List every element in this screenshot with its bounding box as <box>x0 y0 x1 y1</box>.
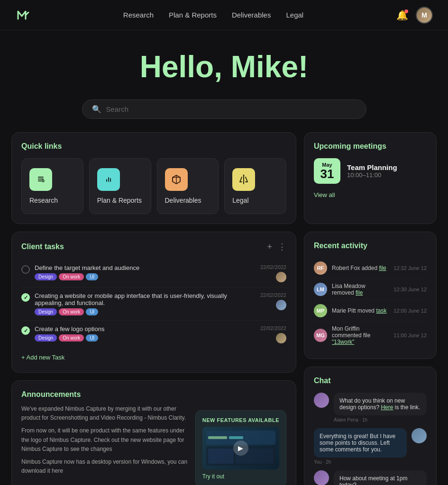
activity-link[interactable]: file <box>379 265 386 271</box>
task-tags: Design On work UI <box>35 273 229 280</box>
task-text: Define the target market and audience <box>35 264 229 271</box>
chat-avatar <box>411 428 427 443</box>
task-checkbox-done[interactable] <box>21 293 30 302</box>
search-box: 🔍 <box>82 99 366 119</box>
activity-item: MP Marie Pitt moved task 12:00 June 12 <box>314 300 427 322</box>
activity-time: 12:00 June 12 <box>393 308 427 314</box>
quick-link-plan-reports-label: Plan & Reports <box>97 197 143 204</box>
bottom-right: Recent activity RF Robert Fox added file… <box>304 232 437 485</box>
navigation: Research Plan & Reports Deliverables Leg… <box>0 0 448 30</box>
top-row: Quick links Research <box>0 132 448 224</box>
tasks-menu-btn[interactable]: ⋮ <box>278 242 286 252</box>
research-icon <box>29 168 52 191</box>
activity-time: 12:32 June 12 <box>393 265 427 271</box>
chat-bubble: Everything is great! But I have some poi… <box>314 428 407 458</box>
task-avatar <box>276 300 286 310</box>
tag-ui: UI <box>86 334 98 341</box>
try-it-out-link[interactable]: Try it out <box>202 473 279 480</box>
notification-dot <box>404 9 408 13</box>
tasks-actions: + ⋮ <box>267 242 286 252</box>
task-tags: Design On work UI <box>35 308 229 315</box>
task-checkbox-done[interactable] <box>21 326 30 335</box>
tag-ui: UI <box>86 308 98 315</box>
search-container: 🔍 <box>0 99 448 119</box>
quick-links-card: Quick links Research <box>11 132 296 224</box>
chat-bubble-wrap: Everything is great! But I have some poi… <box>314 428 407 465</box>
activity-text: Mon Griffin commented file "13work" <box>332 325 389 345</box>
activity-avatar: MP <box>314 304 327 317</box>
task-tags: Design On work UI <box>35 334 229 341</box>
quick-link-plan-reports[interactable]: Plan & Reports <box>89 158 151 214</box>
quick-link-deliverables[interactable]: Deliverables <box>157 158 219 214</box>
meeting-item: May 31 Team Planning 10:00–11:00 <box>314 158 427 184</box>
quick-link-legal-label: Legal <box>232 197 278 204</box>
play-button[interactable]: ▶ <box>233 440 248 456</box>
nav-deliverables[interactable]: Deliverables <box>232 11 271 19</box>
plan-reports-icon <box>97 168 120 191</box>
chat-meta: Alaire Pena · 1h <box>334 417 427 422</box>
quick-links-grid: Research Plan & Reports <box>21 158 286 214</box>
activity-avatar: RF <box>314 261 327 275</box>
quick-link-research[interactable]: Research <box>21 158 83 214</box>
chat-link[interactable]: Here <box>381 404 393 411</box>
search-input[interactable] <box>106 105 357 113</box>
task-item: Define the target market and audience De… <box>21 260 286 287</box>
tag-onwork: On work <box>59 308 84 315</box>
activity-link[interactable]: file <box>356 289 363 296</box>
announcements-content: We've expanded Nimbus Capture by merging… <box>21 404 286 485</box>
activity-time: 11:00 June 12 <box>393 332 427 338</box>
activity-text: Marie Pitt moved task <box>332 307 389 314</box>
nav-legal[interactable]: Legal <box>286 11 303 19</box>
avatar-inner: LM <box>314 283 327 296</box>
chat-bubble: What do you think on new design options?… <box>334 393 427 415</box>
add-task-button[interactable]: + Add new Task <box>21 352 64 363</box>
activity-avatar: LM <box>314 283 327 296</box>
activity-avatar: MG <box>314 329 327 342</box>
activity-time: 12:30 June 12 <box>393 287 427 292</box>
task-date: 22/02/2022 <box>260 325 286 331</box>
activity-link[interactable]: task <box>376 307 386 314</box>
chat-message: What do you think on new design options?… <box>314 393 427 422</box>
deliverables-icon <box>165 168 188 191</box>
quick-link-legal[interactable]: Legal <box>224 158 286 214</box>
chat-avatar <box>314 393 329 408</box>
task-checkbox[interactable] <box>21 265 30 274</box>
quick-link-research-label: Research <box>29 197 75 204</box>
nav-plan-reports[interactable]: Plan & Reports <box>169 11 217 19</box>
task-avatar <box>276 272 286 282</box>
features-preview: ▶ <box>202 427 279 469</box>
meeting-info: Team Planning 10:00–11:00 <box>347 163 397 179</box>
meetings-view-all[interactable]: View all <box>314 191 335 198</box>
greeting-text: Hello, <box>140 50 231 84</box>
user-avatar[interactable]: M <box>416 7 433 24</box>
client-tasks-card: Client tasks + ⋮ Define the target marke… <box>11 232 296 373</box>
chat-message-right: Everything is great! But I have some poi… <box>314 428 427 465</box>
task-text: Creating a website or mobile app interfa… <box>35 292 229 306</box>
task-right: 22/02/2022 <box>234 292 286 310</box>
bottom-left: Client tasks + ⋮ Define the target marke… <box>11 232 296 485</box>
meeting-time: 10:00–11:00 <box>347 171 397 179</box>
activity-link[interactable]: "13work" <box>332 339 354 345</box>
quick-link-deliverables-label: Deliverables <box>165 197 211 204</box>
tag-design: Design <box>35 273 57 280</box>
recent-activity-card: Recent activity RF Robert Fox added file… <box>304 232 437 359</box>
logo[interactable] <box>15 8 30 23</box>
greeting-name: Mike! <box>231 50 309 84</box>
avatar-inner: MP <box>314 304 327 317</box>
features-preview-inner: ▶ <box>202 427 279 469</box>
nav-research[interactable]: Research <box>123 11 154 19</box>
task-right: 22/02/2022 <box>234 264 286 282</box>
task-text: Create a few logo options <box>35 325 229 332</box>
announcement-para-2: From now on, it will be one product with… <box>21 426 188 454</box>
task-item: Create a few logo options Design On work… <box>21 321 286 348</box>
add-task-icon-btn[interactable]: + <box>267 242 272 252</box>
notification-bell[interactable]: 🔔 <box>396 9 408 21</box>
task-date: 22/02/2022 <box>260 264 286 270</box>
tag-onwork: On work <box>59 273 84 280</box>
tag-ui: UI <box>86 273 98 280</box>
tag-design: Design <box>35 308 57 315</box>
chat-message: How about meeting at 1pm today? Alaire P… <box>314 470 427 485</box>
upcoming-meetings-card: Upcoming meetings May 31 Team Planning 1… <box>304 132 437 224</box>
new-features-card: NEW FEATURES AVAILABLE <box>195 410 286 485</box>
nav-right: 🔔 M <box>396 7 433 24</box>
